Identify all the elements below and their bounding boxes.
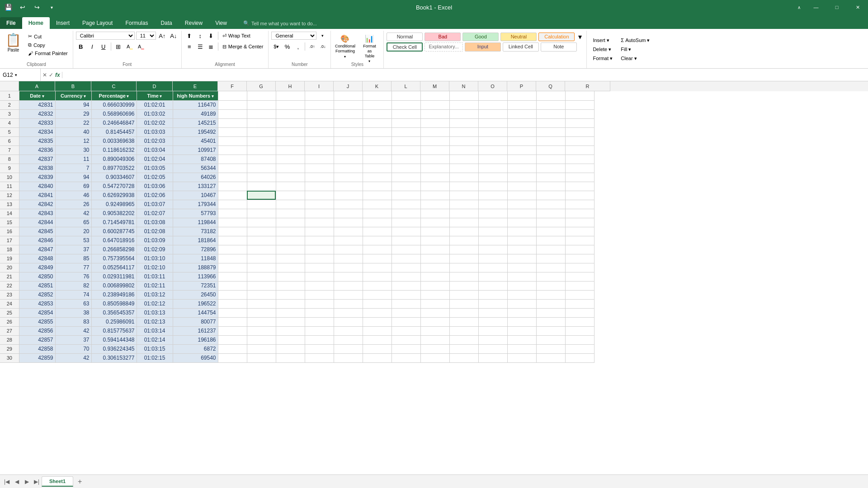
table-cell-empty[interactable] [218, 173, 247, 182]
customize-qat-icon[interactable]: ▾ [45, 1, 58, 14]
table-cell-empty[interactable] [478, 127, 507, 136]
table-cell-empty[interactable] [247, 118, 276, 127]
table-cell[interactable]: 6872 [173, 344, 218, 353]
table-cell-empty[interactable] [334, 100, 363, 109]
table-cell[interactable]: 0.757395564 [91, 254, 137, 263]
format-painter-button[interactable]: 🖌 Format Painter [26, 50, 70, 57]
table-cell[interactable]: 73182 [173, 227, 218, 236]
table-cell-empty[interactable] [478, 335, 507, 344]
table-cell[interactable]: 0.647018916 [91, 236, 137, 245]
table-cell-empty[interactable] [420, 281, 449, 290]
table-cell-empty[interactable] [392, 254, 420, 263]
table-cell-empty[interactable] [565, 344, 594, 353]
table-cell-empty[interactable] [565, 245, 594, 254]
table-cell-empty[interactable] [334, 164, 363, 173]
table-cell-empty[interactable] [334, 91, 363, 100]
table-cell-empty[interactable] [507, 299, 536, 308]
table-cell-empty[interactable] [334, 236, 363, 245]
table-cell-empty[interactable] [218, 317, 247, 326]
table-cell-empty[interactable] [247, 164, 276, 173]
table-cell[interactable]: 57793 [173, 209, 218, 218]
table-cell-empty[interactable] [478, 145, 507, 155]
col-header-g[interactable]: G [247, 81, 276, 91]
table-cell[interactable]: 42837 [19, 155, 55, 164]
table-cell[interactable]: 01:03:08 [137, 218, 173, 227]
table-cell-empty[interactable] [536, 317, 565, 326]
table-cell-empty[interactable] [334, 136, 363, 145]
table-cell-empty[interactable] [536, 299, 565, 308]
tab-insert[interactable]: Insert [50, 17, 76, 29]
col-header-p[interactable]: P [507, 81, 536, 91]
increase-decimal-button[interactable]: .0↑ [307, 42, 317, 52]
table-cell-empty[interactable] [218, 136, 247, 145]
table-cell-empty[interactable] [363, 164, 392, 173]
table-cell-empty[interactable] [334, 281, 363, 290]
table-cell-empty[interactable] [363, 200, 392, 209]
table-cell[interactable]: 0.306153277 [91, 353, 137, 362]
table-cell[interactable]: 0.600287745 [91, 227, 137, 236]
table-cell-empty[interactable] [478, 281, 507, 290]
table-cell-empty[interactable] [536, 254, 565, 263]
table-cell-empty[interactable] [247, 218, 276, 227]
decrease-decimal-button[interactable]: .0↓ [318, 42, 328, 52]
table-cell[interactable]: 01:02:01 [137, 100, 173, 109]
table-cell[interactable]: 01:02:06 [137, 191, 173, 200]
table-cell-empty[interactable] [276, 191, 305, 200]
table-cell-empty[interactable] [334, 308, 363, 317]
table-cell-empty[interactable] [218, 182, 247, 191]
col-header-n[interactable]: N [449, 81, 478, 91]
table-cell-empty[interactable] [218, 118, 247, 127]
table-cell-empty[interactable] [218, 227, 247, 236]
name-box[interactable]: G12 ▾ [0, 69, 41, 81]
add-sheet-button[interactable]: + [74, 478, 85, 486]
table-cell[interactable]: 10467 [173, 191, 218, 200]
table-cell[interactable]: 45401 [173, 136, 218, 145]
table-cell-empty[interactable] [276, 353, 305, 362]
underline-button[interactable]: U [99, 42, 108, 52]
table-cell-empty[interactable] [507, 326, 536, 335]
row-number[interactable]: 2 [0, 100, 19, 109]
table-cell-empty[interactable] [449, 263, 478, 272]
table-cell-empty[interactable] [420, 182, 449, 191]
delete-cells-button[interactable]: Delete ▾ [590, 46, 615, 53]
cancel-formula-button[interactable]: ✕ [42, 72, 47, 78]
table-cell[interactable]: 42853 [19, 299, 55, 308]
row-number[interactable]: 22 [0, 281, 19, 290]
row-number[interactable]: 10 [0, 173, 19, 182]
table-cell-empty[interactable] [247, 245, 276, 254]
table-cell-empty[interactable] [478, 182, 507, 191]
table-cell-empty[interactable] [305, 164, 334, 173]
table-cell-empty[interactable] [565, 308, 594, 317]
table-cell-empty[interactable] [507, 317, 536, 326]
table-cell-empty[interactable] [536, 326, 565, 335]
table-cell-empty[interactable] [305, 118, 334, 127]
row-number[interactable]: 21 [0, 272, 19, 281]
table-cell-empty[interactable] [363, 272, 392, 281]
table-cell-empty[interactable] [247, 299, 276, 308]
col-header-f[interactable]: F [218, 81, 247, 91]
table-cell-empty[interactable] [478, 254, 507, 263]
grid-scroll[interactable]: 1Date ▾Currency ▾Percentage ▾Time ▾high … [0, 91, 868, 474]
table-cell-empty[interactable] [536, 164, 565, 173]
table-cell-empty[interactable] [305, 127, 334, 136]
table-cell[interactable]: 42 [55, 326, 91, 335]
table-cell-empty[interactable] [449, 236, 478, 245]
row-number[interactable]: 12 [0, 191, 19, 200]
table-cell[interactable]: 01:02:02 [137, 118, 173, 127]
table-cell-empty[interactable] [363, 173, 392, 182]
table-cell-empty[interactable] [276, 227, 305, 236]
table-cell-empty[interactable] [449, 164, 478, 173]
note-style-button[interactable]: Note [541, 42, 577, 52]
increase-font-size-button[interactable]: A↑ [157, 31, 167, 41]
table-cell-empty[interactable] [565, 353, 594, 362]
table-cell-empty[interactable] [276, 335, 305, 344]
table-cell-empty[interactable] [536, 91, 565, 100]
table-cell[interactable]: Currency ▾ [55, 91, 91, 100]
table-cell-empty[interactable] [449, 317, 478, 326]
table-cell-empty[interactable] [305, 227, 334, 236]
table-cell-empty[interactable] [392, 227, 420, 236]
table-cell-empty[interactable] [420, 344, 449, 353]
table-cell-empty[interactable] [363, 245, 392, 254]
col-header-q[interactable]: Q [536, 81, 565, 91]
table-cell[interactable]: 94 [55, 173, 91, 182]
